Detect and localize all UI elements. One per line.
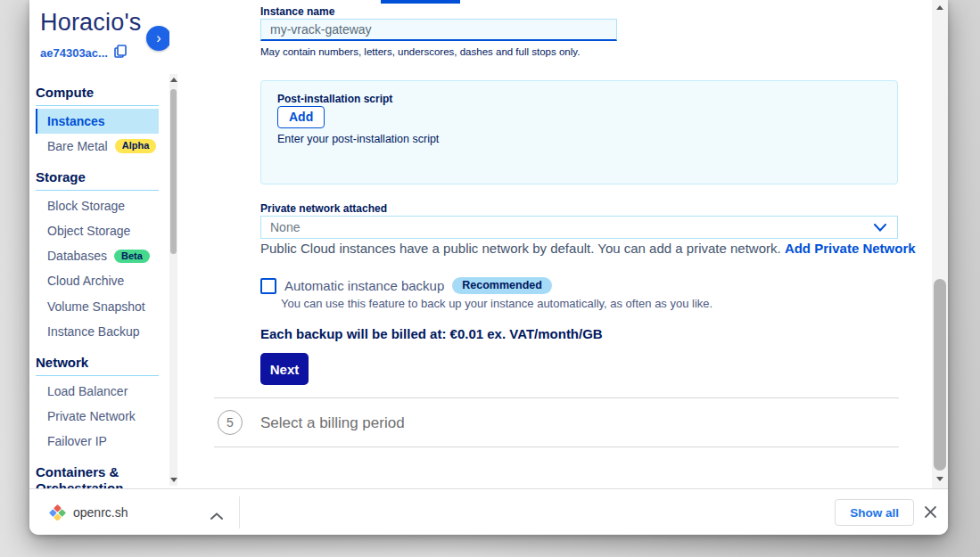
post-install-help: Enter your post-installation script — [277, 133, 439, 145]
active-tab-indicator — [381, 0, 460, 4]
sidebar-section-heading: Compute — [36, 74, 159, 106]
beta-badge: Beta — [114, 250, 150, 264]
sidebar-item-label: Instances — [47, 114, 105, 128]
project-title: Horacio's — [40, 9, 161, 37]
divider — [214, 446, 899, 447]
scroll-up-icon[interactable] — [936, 5, 943, 10]
sidebar-scrollbar-thumb[interactable] — [170, 89, 177, 254]
sidebar-item-label: Bare Metal — [47, 139, 108, 153]
private-network-select[interactable]: None — [260, 216, 898, 239]
sidebar-scrollbar[interactable] — [169, 74, 177, 486]
main-content: Instance name May contain numbers, lette… — [190, 0, 932, 488]
sidebar-item-instances[interactable]: Instances — [36, 109, 159, 134]
page-scrollbar[interactable] — [932, 0, 948, 488]
divider — [239, 496, 240, 528]
sidebar-item-cloud-archive[interactable]: Cloud Archive — [36, 268, 159, 293]
scroll-up-icon[interactable] — [170, 78, 177, 82]
sidebar-item-label: Instance Backup — [47, 324, 140, 339]
page-scrollbar-thumb[interactable] — [934, 279, 946, 471]
sidebar: Horacio's › ae74303ac... ComputeInstance… — [29, 0, 169, 488]
sidebar-item-label: Failover IP — [47, 434, 107, 448]
service-id-row: ae74303ac... — [40, 45, 127, 61]
backup-checkbox-row: Automatic instance backup Recommended — [260, 277, 552, 294]
chevron-down-icon — [874, 224, 886, 232]
sidebar-item-label: Volume Snapshot — [47, 299, 145, 314]
sidebar-item-load-balancer[interactable]: Load Balancer — [36, 379, 159, 404]
sidebar-item-bare-metal[interactable]: Bare MetalAlpha — [36, 134, 159, 159]
divider — [214, 397, 899, 398]
sidebar-item-label: Private Network — [47, 409, 136, 423]
post-install-label: Post-installation script — [277, 93, 392, 105]
downloaded-file-name[interactable]: openrc.sh — [73, 505, 128, 520]
step-5-title: Select a billing period — [260, 414, 405, 432]
sidebar-section-heading: Network — [36, 344, 159, 376]
private-network-help-text: Public Cloud instances have a public net… — [260, 241, 781, 256]
recommended-badge: Recommended — [452, 277, 552, 294]
sidebar-item-label: Block Storage — [47, 199, 125, 213]
private-network-value: None — [261, 220, 874, 234]
backup-billing-note: Each backup will be billed at: €0.01 ex.… — [260, 326, 603, 341]
add-script-button[interactable]: Add — [277, 106, 325, 128]
step-5-circle: 5 — [218, 410, 243, 435]
post-install-panel: Post-installation script Add Enter your … — [260, 80, 898, 184]
sidebar-item-object-storage[interactable]: Object Storage — [36, 218, 159, 243]
instance-name-label: Instance name — [260, 5, 334, 18]
next-button[interactable]: Next — [260, 353, 309, 385]
sidebar-nav: ComputeInstancesBare MetalAlphaStorageBl… — [36, 74, 159, 488]
instance-name-input[interactable] — [260, 19, 617, 41]
sidebar-item-label: Databases — [47, 249, 107, 263]
sidebar-item-label: Object Storage — [47, 224, 130, 238]
sidebar-section-heading: Containers & Orchestration — [36, 454, 159, 488]
chevron-right-icon: › — [156, 30, 161, 45]
sidebar-item-instance-backup[interactable]: Instance Backup — [36, 319, 159, 344]
desktop-backdrop: Horacio's › ae74303ac... ComputeInstance… — [0, 0, 980, 557]
chevron-up-icon[interactable] — [210, 507, 223, 523]
downloads-bar: openrc.sh Show all — [29, 488, 948, 535]
instance-name-help: May contain numbers, letters, underscore… — [260, 46, 580, 57]
sidebar-expand-button[interactable]: › — [146, 26, 169, 51]
private-network-help: Public Cloud instances have a public net… — [260, 241, 916, 256]
copy-icon[interactable] — [114, 45, 127, 61]
close-icon[interactable] — [924, 505, 937, 522]
browser-window: Horacio's › ae74303ac... ComputeInstance… — [29, 0, 948, 535]
backup-checkbox[interactable] — [260, 278, 276, 294]
alpha-badge: Alpha — [115, 139, 157, 153]
add-private-network-link[interactable]: Add Private Network — [785, 241, 916, 256]
sidebar-item-block-storage[interactable]: Block Storage — [36, 193, 159, 218]
scroll-down-icon[interactable] — [936, 477, 943, 481]
show-all-downloads-button[interactable]: Show all — [835, 499, 914, 526]
scroll-down-icon[interactable] — [170, 478, 177, 482]
sidebar-item-label: Cloud Archive — [47, 274, 124, 288]
app-viewport: Horacio's › ae74303ac... ComputeInstance… — [29, 0, 948, 488]
private-network-label: Private network attached — [260, 202, 387, 215]
sidebar-item-databases[interactable]: DatabasesBeta — [36, 243, 159, 268]
file-type-icon — [49, 504, 66, 524]
backup-checkbox-label: Automatic instance backup — [284, 278, 444, 293]
service-id-link[interactable]: ae74303ac... — [40, 46, 108, 60]
sidebar-section-heading: Storage — [36, 159, 159, 191]
backup-help: You can use this feature to back up your… — [281, 297, 712, 310]
sidebar-item-failover-ip[interactable]: Failover IP — [36, 429, 159, 454]
sidebar-item-private-network[interactable]: Private Network — [36, 404, 159, 429]
sidebar-item-label: Load Balancer — [47, 384, 128, 398]
sidebar-item-volume-snapshot[interactable]: Volume Snapshot — [36, 294, 159, 319]
